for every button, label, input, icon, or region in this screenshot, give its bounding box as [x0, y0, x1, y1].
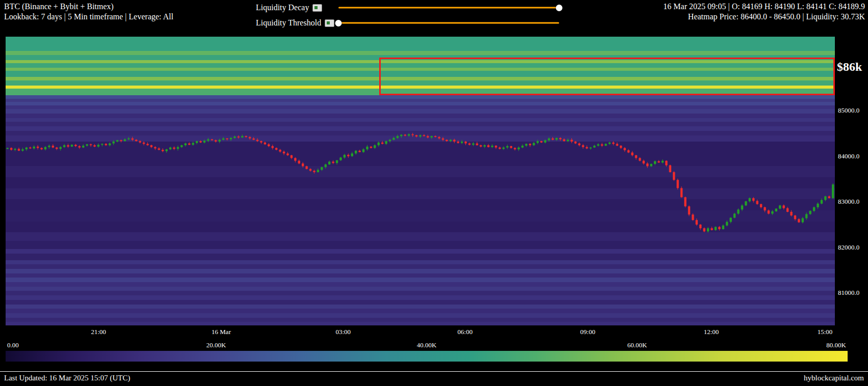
candle — [249, 136, 251, 140]
candle — [63, 144, 65, 148]
candle — [283, 150, 285, 155]
liquidity-threshold-slider[interactable] — [338, 22, 559, 24]
candle — [654, 160, 656, 165]
liquidity-colorbar — [6, 351, 848, 362]
candle — [821, 199, 823, 205]
x-axis-label: 16 Mar — [212, 328, 231, 336]
price-zone-annotation: $86k — [837, 60, 862, 74]
candle — [805, 212, 807, 219]
candle — [476, 142, 478, 145]
candle — [146, 142, 148, 146]
candle — [48, 145, 50, 149]
candle — [139, 140, 141, 143]
candle — [241, 134, 243, 138]
candle — [166, 149, 168, 153]
candle — [230, 137, 232, 141]
candle — [162, 148, 164, 152]
candle — [578, 143, 580, 147]
candle — [627, 149, 629, 153]
candle — [37, 145, 39, 150]
heatmap-hover-readout: Heatmap Price: 86400.0 - 86450.0 | Liqui… — [663, 12, 865, 22]
candle — [332, 160, 334, 164]
candle — [657, 160, 660, 163]
candle — [707, 227, 709, 233]
candle — [260, 141, 262, 144]
candle — [215, 140, 217, 143]
candle — [529, 143, 531, 147]
time-axis: 21:0016 Mar03:0006:0009:0012:0015:00 — [6, 328, 835, 337]
chart-settings-summary: Lookback: 7 days | 5 Min timeframe | Lev… — [4, 12, 173, 22]
x-axis-label: 15:00 — [818, 328, 833, 336]
candle — [832, 183, 834, 199]
candle — [604, 143, 607, 146]
liquidity-heatmap-chart[interactable] — [6, 37, 835, 325]
candle — [18, 148, 20, 151]
candle — [737, 208, 739, 214]
candle — [347, 153, 349, 158]
candle — [676, 179, 678, 190]
candle — [385, 141, 387, 145]
candle — [688, 205, 690, 216]
candle — [400, 134, 402, 138]
candle — [817, 202, 819, 209]
candle — [86, 144, 88, 147]
candle — [264, 142, 266, 145]
footer-divider — [0, 371, 868, 372]
candle — [733, 213, 735, 218]
candle — [643, 159, 645, 164]
candle — [14, 148, 16, 151]
candle — [503, 146, 505, 150]
candle — [219, 139, 221, 143]
candle — [756, 200, 758, 205]
candle — [211, 139, 213, 141]
candle — [355, 150, 357, 155]
candle — [173, 146, 175, 150]
candle — [824, 196, 826, 201]
candle — [313, 170, 315, 174]
candle — [286, 152, 288, 156]
candle — [124, 139, 126, 142]
candle — [78, 145, 81, 149]
candle — [623, 147, 625, 152]
candle — [378, 141, 380, 147]
candle — [71, 144, 73, 147]
candle — [180, 145, 182, 148]
last-updated-text: Last Updated: 16 Mar 2025 15:07 (UTC) — [4, 374, 130, 382]
candle — [302, 162, 304, 168]
liquidity-decay-slider[interactable] — [338, 7, 559, 9]
candle — [798, 218, 800, 223]
candle — [544, 140, 546, 144]
site-link[interactable]: hyblockcapital.com — [804, 374, 864, 382]
candle — [760, 204, 762, 208]
candle — [510, 146, 512, 149]
slider-info-icon[interactable] — [312, 4, 322, 12]
candle — [105, 143, 107, 146]
colorbar-labels: 0.0020.00K40.00K60.00K80.00K — [6, 341, 848, 349]
colorbar-label: 60.00K — [627, 341, 647, 349]
liquidity-threshold-control: Liquidity Threshold — [256, 16, 582, 30]
candle — [207, 138, 209, 142]
candle — [749, 198, 751, 203]
candle — [779, 205, 781, 209]
candle — [794, 215, 796, 220]
candle — [537, 140, 539, 144]
candle — [631, 151, 633, 156]
candle — [551, 137, 554, 140]
x-axis-label: 12:00 — [704, 328, 719, 336]
candle — [567, 139, 569, 142]
candle — [362, 148, 364, 153]
candle — [650, 163, 652, 167]
candle — [97, 144, 99, 148]
liquidity-decay-slider-handle[interactable] — [556, 5, 563, 11]
candle — [344, 154, 346, 159]
candle — [464, 141, 466, 145]
liquidity-threshold-slider-handle[interactable] — [335, 20, 342, 26]
candle — [597, 143, 599, 147]
candle — [60, 146, 62, 151]
candle — [169, 147, 171, 150]
candle — [434, 135, 436, 137]
slider-info-icon[interactable] — [325, 19, 334, 27]
candle — [279, 149, 281, 153]
candle — [556, 137, 558, 141]
candle — [336, 160, 338, 164]
